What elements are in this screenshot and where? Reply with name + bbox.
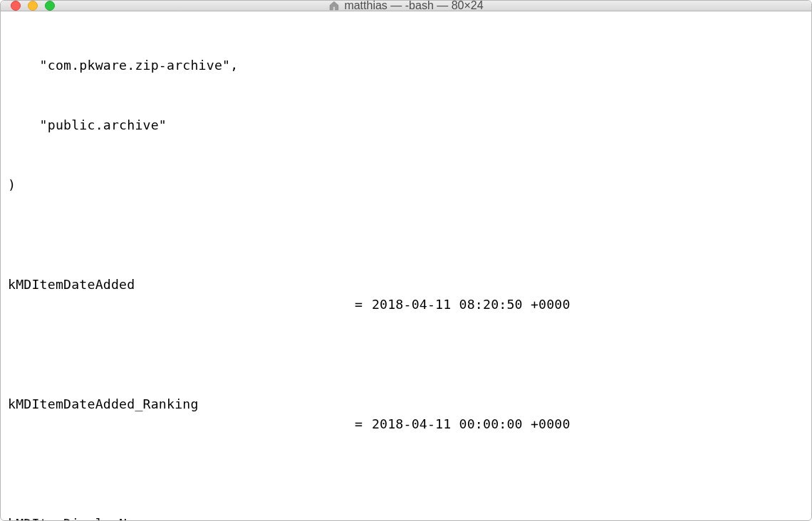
- terminal-content[interactable]: "com.pkware.zip-archive", "public.archiv…: [1, 11, 811, 521]
- equals-sign: =: [355, 414, 372, 434]
- metadata-row: kMDItemDisplayName = "F.zip": [8, 514, 804, 521]
- window-titlebar: matthias — -bash — 80×24: [1, 1, 811, 11]
- terminal-window: matthias — -bash — 80×24 "com.pkware.zip…: [0, 0, 812, 521]
- metadata-value: = 2018-04-11 08:20:50 +0000: [307, 275, 804, 335]
- metadata-value: = 2018-04-11 00:00:00 +0000: [307, 394, 804, 454]
- window-title: matthias — -bash — 80×24: [1, 0, 811, 12]
- output-line: ): [8, 175, 804, 195]
- equals-sign: =: [355, 295, 372, 315]
- metadata-key: kMDItemDateAdded_Ranking: [8, 394, 307, 454]
- metadata-row: kMDItemDateAdded = 2018-04-11 08:20:50 +…: [8, 275, 804, 335]
- output-line: "public.archive": [8, 115, 804, 135]
- metadata-key: kMDItemDisplayName: [8, 514, 307, 521]
- minimize-button[interactable]: [28, 1, 38, 11]
- home-icon: [328, 0, 340, 11]
- metadata-row: kMDItemDateAdded_Ranking = 2018-04-11 00…: [8, 394, 804, 454]
- metadata-value-text: 2018-04-11 00:00:00 +0000: [372, 416, 571, 431]
- traffic-lights: [1, 1, 55, 11]
- window-title-text: matthias — -bash — 80×24: [344, 0, 483, 12]
- metadata-value-text: 2018-04-11 08:20:50 +0000: [372, 297, 571, 312]
- close-button[interactable]: [11, 1, 21, 11]
- metadata-key: kMDItemDateAdded: [8, 275, 307, 335]
- zoom-button[interactable]: [45, 1, 55, 11]
- metadata-value: = "F.zip": [307, 514, 804, 521]
- output-line: "com.pkware.zip-archive",: [8, 56, 804, 75]
